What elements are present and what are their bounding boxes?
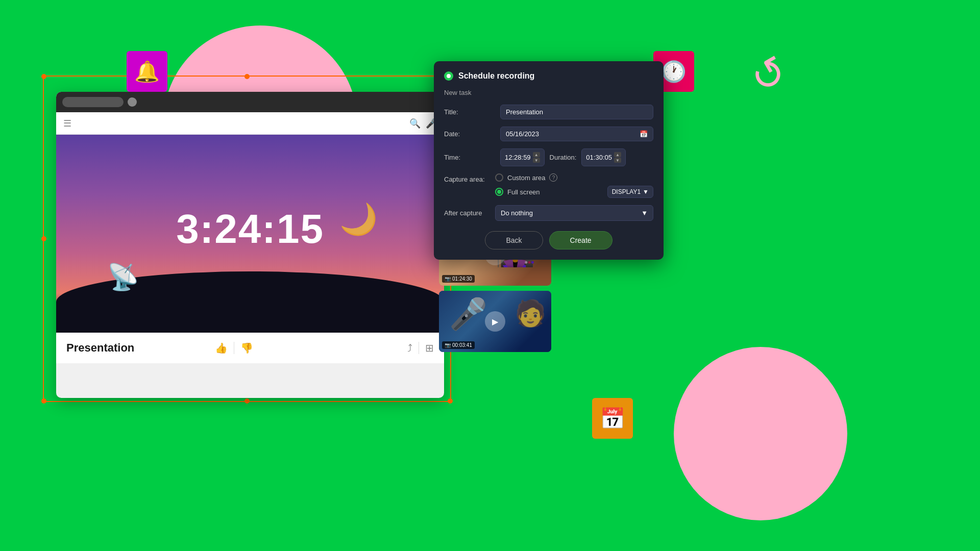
duration-badge-1: 📷 01:24:30: [442, 275, 475, 283]
calendar-input-icon[interactable]: 📅: [640, 130, 648, 138]
video-info-bar: Presentation 👍 👎 ⤴ ⊞: [56, 333, 444, 363]
date-input[interactable]: 05/16/2023 📅: [500, 127, 653, 141]
video-timestamp: 3:24:15: [176, 206, 324, 253]
after-capture-select[interactable]: Do nothing ▼: [495, 205, 653, 221]
calendar-icon: 📅: [600, 407, 625, 431]
after-capture-row: After capture Do nothing ▼: [444, 205, 653, 221]
display-chevron-icon: ▼: [643, 188, 649, 195]
search-icon[interactable]: 🔍: [409, 118, 421, 129]
panel-header: Schedule recording: [444, 71, 653, 81]
url-bar[interactable]: [62, 97, 124, 107]
browser-toolbar: ☰ 🔍 🎤: [56, 112, 444, 135]
display-select[interactable]: DISPLAY1 ▼: [607, 186, 653, 198]
create-button[interactable]: Create: [549, 231, 612, 249]
help-icon[interactable]: ?: [549, 173, 557, 182]
capture-area-row: Capture area: Custom area ? Full screen …: [444, 173, 653, 198]
duration-label: Duration:: [550, 154, 577, 161]
handle-middle-left[interactable]: [41, 236, 46, 241]
after-capture-chevron-icon: ▼: [641, 209, 648, 217]
custom-area-radio[interactable]: [495, 173, 503, 182]
full-screen-option: Full screen DISPLAY1 ▼: [495, 186, 653, 198]
play-button-2[interactable]: ▶: [485, 311, 505, 332]
date-field-label: Date:: [444, 130, 495, 138]
title-input[interactable]: [500, 105, 653, 119]
capture-area-label: Capture area:: [444, 173, 495, 183]
share-button[interactable]: ⤴: [407, 342, 412, 354]
bg-decoration-arrow: ↺: [742, 45, 796, 104]
duration-input[interactable]: 01:30:05 ▲ ▼: [581, 148, 626, 166]
date-value: 05/16/2023: [506, 130, 539, 138]
browser-topbar: [56, 92, 444, 112]
cam-icon-1: 📷: [445, 276, 451, 282]
time-down-btn[interactable]: ▼: [533, 158, 540, 163]
new-task-label: New task: [444, 89, 653, 96]
panel-title: Schedule recording: [458, 71, 534, 81]
duration-text-2: 00:03:41: [452, 342, 472, 348]
duration-text-1: 01:24:30: [452, 276, 472, 282]
full-screen-radio[interactable]: [495, 188, 503, 196]
record-indicator: [444, 71, 453, 81]
record-inner-dot: [447, 74, 451, 78]
tower-decoration: 📡: [107, 262, 139, 292]
thumbnail-2[interactable]: 🎤 🧑 ▶ 📷 00:03:41: [439, 291, 551, 352]
menu-icon[interactable]: ☰: [63, 118, 71, 129]
browser-circle-icon: [128, 97, 137, 107]
full-screen-label: Full screen: [507, 188, 540, 196]
title-field-label: Title:: [444, 108, 495, 116]
back-button[interactable]: Back: [485, 231, 543, 249]
display-value: DISPLAY1: [612, 188, 641, 195]
duration-value: 01:30:05: [586, 154, 612, 161]
title-row: Title:: [444, 105, 653, 119]
moon-decoration: 🌙: [339, 201, 378, 237]
time-up-btn[interactable]: ▲: [533, 152, 540, 157]
after-capture-label: After capture: [444, 209, 495, 217]
grid-button[interactable]: ⊞: [425, 342, 434, 354]
deco-bell-box: 🔔: [127, 51, 167, 92]
duration-badge-2: 📷 00:03:41: [442, 341, 475, 349]
handle-top-left[interactable]: [41, 74, 46, 79]
schedule-panel: Schedule recording New task Title: Date:…: [434, 61, 664, 260]
bell-icon: 🔔: [134, 60, 160, 84]
time-spinner[interactable]: ▲ ▼: [533, 152, 540, 163]
date-row: Date: 05/16/2023 📅: [444, 127, 653, 141]
cam-icon-2: 📷: [445, 342, 451, 348]
handle-bottom-left[interactable]: [41, 398, 46, 404]
radio-active-dot: [497, 190, 501, 194]
bg-decoration-circle-2: [674, 347, 847, 520]
custom-area-option: Custom area ?: [495, 173, 653, 182]
handle-bottom-center[interactable]: [244, 398, 250, 404]
panel-buttons: Back Create: [444, 231, 653, 249]
time-row: Time: 12:28:59 ▲ ▼ Duration: 01:30:05 ▲ …: [444, 148, 653, 166]
browser-window: ☰ 🔍 🎤 3:24:15 🌙 📡 Presentation 👍 👎 ⤴ ⊞: [56, 92, 444, 398]
time-input[interactable]: 12:28:59 ▲ ▼: [500, 148, 545, 166]
dislike-button[interactable]: 👎: [240, 342, 253, 354]
time-field-label: Time:: [444, 154, 495, 161]
video-area: 3:24:15 🌙 📡: [56, 135, 444, 333]
handle-bottom-right[interactable]: [448, 398, 453, 404]
divider-1: [234, 342, 234, 354]
clock-icon: 🕐: [661, 60, 687, 84]
custom-area-label: Custom area: [507, 174, 545, 182]
duration-up-btn[interactable]: ▲: [614, 152, 621, 157]
deco-calendar-box: 📅: [592, 398, 633, 439]
video-title: Presentation: [66, 341, 209, 355]
like-button[interactable]: 👍: [215, 342, 228, 354]
capture-options: Custom area ? Full screen DISPLAY1 ▼: [495, 173, 653, 198]
duration-spinner[interactable]: ▲ ▼: [614, 152, 621, 163]
time-value: 12:28:59: [505, 154, 531, 161]
divider-2: [419, 342, 419, 354]
after-capture-value: Do nothing: [501, 209, 533, 217]
duration-down-btn[interactable]: ▼: [614, 158, 621, 163]
